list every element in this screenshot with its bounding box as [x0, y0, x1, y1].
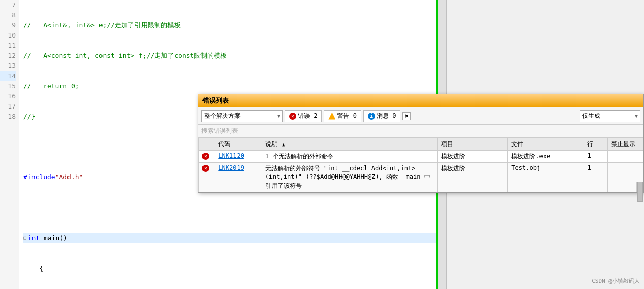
- line-num-10: 10: [0, 30, 16, 41]
- row2-error-icon: ✕: [202, 165, 209, 172]
- code-line-7: // A<int&, int&> e;//走加了引用限制的模板: [23, 20, 446, 30]
- sort-asc-icon: ▲: [282, 142, 285, 147]
- chevron-down-icon: ▼: [277, 113, 280, 119]
- row1-desc-cell: 1 个无法解析的外部命令: [262, 151, 437, 163]
- error-table-container: 代码 说明 ▲ 项目 文件 行 禁止: [198, 138, 643, 192]
- search-placeholder: 搜索错误列表: [201, 127, 238, 135]
- build-scope-value: 仅生成: [582, 112, 600, 120]
- dialog-scrollbar[interactable]: [636, 182, 643, 192]
- row2-project-cell: 模板进阶: [437, 163, 507, 192]
- line-num-8: 8: [0, 10, 16, 20]
- row2-project: 模板进阶: [441, 165, 465, 172]
- row2-code-link[interactable]: LNK2019: [218, 164, 244, 171]
- code-line-13: [23, 203, 446, 213]
- line-num-17: 17: [0, 101, 16, 112]
- error-list-dialog: 错误列表 整个解决方案 ▼ ✕ 错误 2 警告 0 i 消息 0 ⚑ 仅生成: [198, 94, 644, 193]
- line-num-14: 14: [0, 71, 16, 81]
- col-header-icon[interactable]: [199, 138, 215, 151]
- warning-icon: [328, 113, 335, 120]
- row1-code-cell: LNK1120: [215, 151, 262, 163]
- col-header-project[interactable]: 项目: [437, 138, 507, 151]
- col-header-code[interactable]: 代码: [215, 138, 262, 151]
- col-header-file[interactable]: 文件: [508, 138, 584, 151]
- row1-description: 1 个无法解析的外部命令: [265, 153, 333, 160]
- row2-file: Test.obj: [511, 164, 540, 171]
- row2-icon-cell: ✕: [199, 163, 215, 192]
- line-num-15: 15: [0, 81, 16, 91]
- error-count-label: 错误 2: [298, 112, 317, 120]
- row1-file-cell: 模板进阶.exe: [508, 151, 584, 163]
- row2-file-cell: Test.obj: [508, 163, 584, 192]
- col-header-suppress[interactable]: 禁止显示: [607, 138, 643, 151]
- dropdown-value: 整个解决方案: [204, 112, 241, 120]
- error-filter-button[interactable]: ✕ 错误 2: [285, 110, 322, 122]
- filter-icon[interactable]: ⚑: [402, 112, 411, 120]
- warning-filter-button[interactable]: 警告 0: [324, 110, 361, 122]
- line-num-13: 13: [0, 61, 16, 71]
- error-table: 代码 说明 ▲ 项目 文件 行 禁止: [198, 138, 643, 192]
- watermark: CSDN @小镇敲码人: [592, 277, 640, 285]
- build-scope-dropdown[interactable]: 仅生成 ▼: [580, 110, 640, 122]
- line-num-16: 16: [0, 91, 16, 101]
- search-bar[interactable]: 搜索错误列表: [198, 125, 643, 138]
- col-header-description[interactable]: 说明 ▲: [262, 138, 437, 151]
- line-num-9: 9: [0, 20, 16, 30]
- warning-count-label: 警告 0: [337, 112, 356, 120]
- line-num-7: 7: [0, 0, 16, 10]
- scrollbar-thumb[interactable]: [637, 182, 643, 202]
- info-icon: i: [368, 113, 375, 120]
- dialog-title-text: 错误列表: [202, 96, 229, 105]
- solution-scope-dropdown[interactable]: 整个解决方案 ▼: [201, 110, 283, 122]
- row1-file: 模板进阶.exe: [511, 153, 550, 160]
- code-line-8: // A<const int, const int> f;//走加了const限…: [23, 51, 446, 61]
- row1-line-cell: 1: [584, 151, 607, 163]
- dialog-toolbar: 整个解决方案 ▼ ✕ 错误 2 警告 0 i 消息 0 ⚑ 仅生成 ▼: [198, 107, 643, 125]
- error-icon: ✕: [289, 113, 296, 120]
- row2-description: 无法解析的外部符号 "int __cdecl Add<int,int>(int,…: [265, 165, 430, 189]
- row2-line: 1: [587, 164, 591, 171]
- row1-error-icon: ✕: [202, 153, 209, 160]
- row1-icon-cell: ✕: [199, 151, 215, 163]
- line-numbers: 7 8 9 10 11 12 13 14 15 16 17 18: [0, 0, 19, 289]
- dialog-title-bar: 错误列表: [198, 94, 643, 107]
- code-line-15: {: [23, 264, 446, 274]
- row1-project-cell: 模板进阶: [437, 151, 507, 163]
- code-line-9: // return 0;: [23, 81, 446, 91]
- chevron-down-icon-2: ▼: [635, 113, 638, 119]
- col-header-line[interactable]: 行: [584, 138, 607, 151]
- row1-line: 1: [587, 152, 591, 159]
- line-num-12: 12: [0, 51, 16, 61]
- filter-symbol: ⚑: [405, 113, 408, 119]
- row1-project: 模板进阶: [441, 153, 465, 160]
- code-line-14: ⊟int main(): [23, 233, 446, 243]
- table-row[interactable]: ✕ LNK2019 无法解析的外部符号 "int __cdecl Add<int…: [199, 163, 643, 192]
- line-num-18: 18: [0, 112, 16, 122]
- line-num-11: 11: [0, 41, 16, 51]
- row2-line-cell: 1: [584, 163, 607, 192]
- message-filter-button[interactable]: i 消息 0: [363, 110, 400, 122]
- row1-suppress-cell: [607, 151, 643, 163]
- row2-desc-cell: 无法解析的外部符号 "int __cdecl Add<int,int>(int,…: [262, 163, 437, 192]
- message-count-label: 消息 0: [377, 112, 396, 120]
- row1-code-link[interactable]: LNK1120: [218, 152, 244, 159]
- table-row[interactable]: ✕ LNK1120 1 个无法解析的外部命令 模板进阶 模板进阶.exe: [199, 151, 643, 163]
- watermark-text: CSDN @小镇敲码人: [592, 278, 640, 284]
- row2-code-cell: LNK2019: [215, 163, 262, 192]
